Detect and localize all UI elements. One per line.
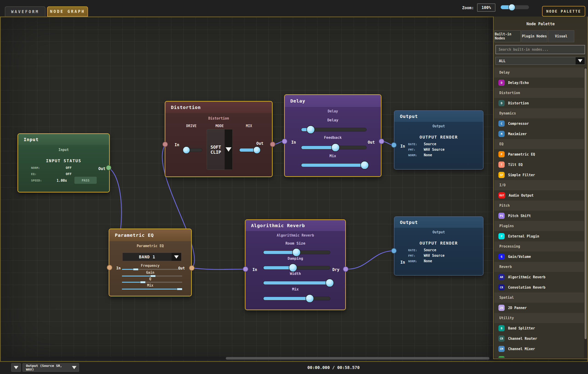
feedback-slider[interactable]	[301, 146, 367, 149]
node-output-2[interactable]: Output Output OUTPUT RENDER RATE: Source…	[394, 216, 483, 276]
node-reverb-titlebar[interactable]: Algorithmic Reverb	[246, 220, 345, 231]
node-output2-titlebar[interactable]: Output	[394, 217, 483, 228]
damping-knob[interactable]	[289, 264, 297, 272]
palette-item[interactable]: D Delay/Echo	[494, 78, 584, 88]
node-distortion-titlebar[interactable]: Distortion	[165, 102, 272, 113]
reverb-mix-knob[interactable]	[305, 294, 314, 303]
room-size-slider[interactable]	[263, 251, 330, 254]
distortion-mix-slider-knob[interactable]	[253, 146, 261, 154]
zoom-value-box[interactable]: 100%	[477, 3, 495, 12]
input-norm-value: OFF	[52, 166, 85, 170]
output-source-dropdown[interactable]: Output (Source SR, WAV)	[22, 363, 79, 372]
palette-item[interactable]: T Tilt EQ	[494, 160, 584, 170]
frequency-knob[interactable]	[133, 268, 138, 271]
node-algorithmic-reverb[interactable]: Algorithmic Reverb Algorithmic Reverb Ro…	[245, 219, 346, 310]
node-type-badge: PS	[498, 213, 505, 219]
node-parametric-eq[interactable]: Parametric EQ Parametric EQ BAND 1 Frequ…	[109, 229, 192, 296]
q-slider[interactable]	[122, 282, 182, 283]
feedback-knob[interactable]	[331, 143, 340, 152]
canvas-hscroll-thumb[interactable]	[226, 357, 489, 360]
view-mode-dropdown[interactable]	[11, 363, 21, 372]
drive-slider[interactable]	[183, 148, 202, 152]
eq-mix-knob[interactable]	[177, 288, 182, 290]
palette-item-label: Tilt EQ	[508, 163, 523, 167]
frequency-slider[interactable]	[122, 269, 182, 270]
distortion-out-port[interactable]	[270, 142, 275, 147]
node-type-badge: T	[498, 162, 505, 168]
node-input-titlebar[interactable]: Input	[18, 134, 109, 145]
input-out-port[interactable]	[106, 165, 111, 171]
palette-search-input[interactable]	[495, 45, 585, 54]
distortion-mode-dropdown[interactable]: SOFT CLIP	[207, 129, 233, 170]
node-palette-button[interactable]: NODE PALETTE	[542, 6, 585, 17]
tab-visual[interactable]: Visual	[548, 30, 574, 42]
palette-item[interactable]: P External Plugin	[494, 231, 584, 241]
reverb-mix-slider[interactable]	[263, 297, 330, 300]
palette-item[interactable]: CM Channel Mixer	[494, 344, 584, 354]
q-knob[interactable]	[140, 281, 146, 283]
pass-button[interactable]: PASS	[74, 177, 97, 184]
delay-time-slider[interactable]	[301, 128, 367, 131]
delay-mix-knob[interactable]	[360, 161, 369, 170]
distortion-mode-arrow[interactable]	[225, 129, 232, 170]
node-delay[interactable]: Delay Delay Delay Feedback Mix	[284, 94, 381, 177]
delay-time-label: Delay	[285, 118, 381, 122]
palette-item-label: Channel Converter	[508, 357, 544, 358]
palette-item[interactable]: CR Convolution Reverb	[494, 282, 584, 293]
palette-item[interactable]: OUT Audio Output	[494, 190, 584, 201]
node-distortion[interactable]: Distortion Distortion DRIVE MODE MIX SOF…	[165, 101, 273, 177]
palette-item[interactable]: 2D 2D Panner	[494, 303, 584, 313]
palette-item[interactable]: M Maximizer	[494, 129, 584, 139]
reverb-in-port[interactable]	[243, 266, 248, 272]
room-size-knob[interactable]	[292, 248, 301, 257]
eq-out-port[interactable]	[189, 265, 195, 271]
delay-time-knob[interactable]	[306, 125, 315, 134]
node-reverb-subtitle: Algorithmic Reverb	[246, 233, 345, 237]
delay-in-port[interactable]	[282, 139, 287, 144]
output1-in-port[interactable]	[391, 142, 397, 148]
palette-item[interactable]: SF Simple Filter	[494, 170, 584, 180]
input-eq-value: OFF	[52, 172, 85, 176]
palette-item[interactable]: G Gain/Volume	[494, 252, 584, 262]
eq-band-arrow[interactable]	[172, 253, 181, 261]
palette-filter-arrow[interactable]	[576, 57, 585, 64]
node-type-badge: C	[498, 121, 505, 127]
width-slider[interactable]	[263, 281, 330, 285]
delay-mix-slider[interactable]	[301, 163, 367, 167]
palette-item[interactable]: CR Channel Router	[494, 334, 584, 344]
tab-built-in-nodes[interactable]: Built-in Nodes	[494, 30, 521, 42]
palette-vertical-scrollbar[interactable]	[584, 68, 587, 356]
eq-in-port[interactable]	[107, 265, 112, 270]
node-output1-titlebar[interactable]: Output	[394, 111, 483, 122]
node-output-1[interactable]: Output Output OUTPUT RENDER RATE: Source…	[394, 110, 483, 170]
drive-slider-knob[interactable]	[183, 146, 190, 154]
reverb-dry-port[interactable]	[343, 266, 348, 272]
palette-item[interactable]: PS Pitch Shift	[494, 211, 584, 221]
zoom-slider[interactable]	[501, 5, 529, 9]
palette-category-filter[interactable]: ALL	[495, 57, 585, 65]
node-eq-titlebar[interactable]: Parametric EQ	[109, 229, 191, 241]
eq-band-dropdown[interactable]: BAND 1	[122, 253, 181, 261]
node-input[interactable]: Input Input INPUT STATUS NORM: OFF EQ: O…	[17, 133, 110, 192]
delay-out-port[interactable]	[379, 139, 384, 144]
tab-plugin-nodes[interactable]: Plugin Nodes	[521, 30, 547, 42]
tab-node-graph[interactable]: NODE GRAPH	[47, 6, 88, 17]
distortion-mix-slider[interactable]	[239, 148, 259, 152]
eq-mix-slider[interactable]	[122, 289, 182, 290]
delay-mix-label: Mix	[285, 154, 381, 158]
gain-slider[interactable]	[122, 276, 182, 276]
output2-in-port[interactable]	[391, 248, 397, 253]
palette-item[interactable]: B Band Splitter	[494, 323, 584, 334]
palette-vscroll-thumb[interactable]	[585, 68, 587, 339]
palette-item[interactable]: C Compressor	[494, 118, 584, 129]
width-knob[interactable]	[326, 279, 334, 287]
damping-slider[interactable]	[263, 266, 330, 270]
zoom-slider-knob[interactable]	[508, 4, 515, 11]
palette-item[interactable]: D Distortion	[494, 98, 584, 108]
palette-item[interactable]: AR Algorithmic Reverb	[494, 272, 584, 282]
distortion-in-port[interactable]	[162, 142, 168, 147]
palette-item[interactable]: P Parametric EQ	[494, 149, 584, 160]
node-delay-titlebar[interactable]: Delay	[285, 95, 381, 107]
palette-item[interactable]: CC Channel Converter	[494, 354, 584, 358]
tab-waveform[interactable]: WAVEFORM	[5, 6, 45, 17]
